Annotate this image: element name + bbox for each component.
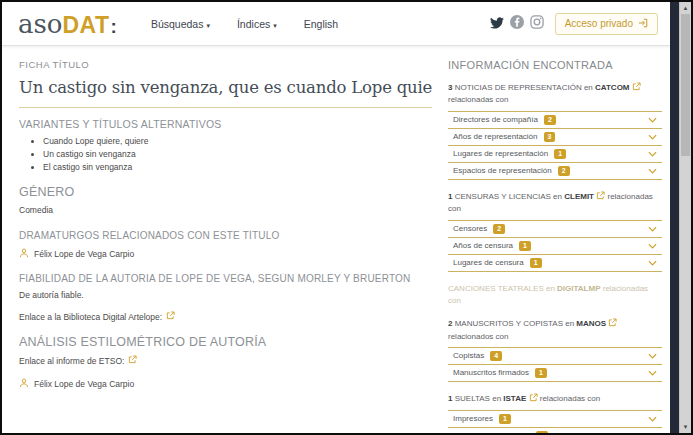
accordion-label: Años de representación bbox=[453, 132, 538, 142]
sidebar-section-istae: 1 SUELTAS en ISTAE relacionadas conImpre… bbox=[448, 393, 662, 433]
main-nav: Búsquedas▾Índices▾English bbox=[151, 18, 338, 30]
accordion-label: Censores bbox=[453, 224, 487, 234]
chevron-down-icon bbox=[648, 243, 657, 249]
section-heading-istae: 1 SUELTAS en ISTAE relacionadas con bbox=[448, 393, 662, 405]
chevron-down-icon bbox=[648, 151, 657, 157]
external-link-icon[interactable] bbox=[608, 319, 617, 328]
stylometric-author-name: Félix Lope de Vega Carpio bbox=[34, 379, 134, 389]
section-label: SUELTAS bbox=[455, 394, 490, 403]
playwrights-heading: DRAMATURGOS RELACIONADOS CON ESTE TÍTULO bbox=[19, 230, 432, 241]
accordion-row[interactable]: Años de censura1 bbox=[448, 237, 662, 254]
social-links bbox=[490, 15, 544, 33]
twitter-icon[interactable] bbox=[490, 15, 504, 33]
nav-item-busquedas[interactable]: Búsquedas▾ bbox=[151, 18, 210, 30]
sidebar-section-digitalmp: CANCIONES TEATRALES en DIGITALMP relacio… bbox=[448, 283, 662, 308]
external-link-icon[interactable] bbox=[529, 394, 538, 403]
section-label: CENSURAS Y LICENCIAS bbox=[455, 192, 551, 201]
scrollbar-thumb[interactable] bbox=[681, 14, 690, 156]
accordion-row[interactable]: Directores de compañía2 bbox=[448, 111, 662, 128]
source-name: CATCOM bbox=[595, 83, 630, 92]
source-name: DIGITALMP bbox=[557, 284, 600, 293]
stylometric-author-link[interactable]: Félix Lope de Vega Carpio bbox=[19, 378, 432, 390]
accordion-row[interactable]: Lugares de representación1 bbox=[448, 145, 662, 162]
sidebar-section-catcom: 3 NOTICIAS DE REPRESENTACIÓN en CATCOM r… bbox=[448, 82, 662, 180]
external-link-icon[interactable] bbox=[632, 83, 641, 92]
sidebar-sections: 3 NOTICIAS DE REPRESENTACIÓN en CATCOM r… bbox=[448, 82, 662, 433]
count-badge: 2 bbox=[558, 166, 570, 176]
count-badge: 1 bbox=[499, 414, 511, 424]
section-heading-manos: 2 MANUSCRITOS Y COPISTAS en MANOS relaci… bbox=[448, 318, 662, 343]
section-suffix: relacionados con bbox=[448, 332, 508, 341]
genre-value: Comedia bbox=[19, 205, 432, 215]
chevron-down-icon bbox=[648, 353, 657, 359]
external-link-icon[interactable] bbox=[596, 192, 605, 201]
sign-in-icon bbox=[638, 18, 648, 30]
section-heading-clemit: 1 CENSURAS Y LICENCIAS en CLEMIT relacio… bbox=[448, 191, 662, 216]
playwright-link[interactable]: Félix Lope de Vega Carpio bbox=[19, 248, 432, 260]
variants-heading: VARIANTES Y TÍTULOS ALTERNATIVOS bbox=[19, 118, 432, 130]
accordion-group: Impresores1Lugares de impresión1Años de … bbox=[448, 410, 662, 433]
source-name: ISTAE bbox=[503, 394, 526, 403]
nav-item-english[interactable]: English bbox=[304, 18, 338, 30]
scroll-up-arrow-icon[interactable]: ▲ bbox=[680, 3, 691, 13]
variant-item: Un castigo sin venganza bbox=[43, 149, 432, 159]
accordion-label: Lugares de censura bbox=[453, 258, 524, 268]
title-divider bbox=[19, 107, 432, 108]
chevron-down-icon: ▾ bbox=[273, 22, 277, 29]
accordion-label: Años de censura bbox=[453, 241, 513, 251]
result-count: 1 bbox=[448, 394, 452, 403]
count-badge: 3 bbox=[544, 132, 556, 142]
title-row: Un castigo sin venganza, que es cuando L… bbox=[19, 77, 432, 98]
info-sidebar: INFORMACIÓN ENCONTRADA 3 NOTICIAS DE REP… bbox=[440, 46, 670, 433]
logo[interactable]: asoDAT: bbox=[18, 11, 117, 37]
count-badge: 1 bbox=[554, 149, 566, 159]
accordion-label: Lugares de representación bbox=[453, 149, 548, 159]
result-count: 1 bbox=[448, 192, 452, 201]
chevron-down-icon bbox=[648, 226, 657, 232]
count-badge: 1 bbox=[530, 258, 542, 268]
accordion-row[interactable]: Manuscritos firmados1 bbox=[448, 364, 662, 381]
accordion-label: Lugares de impresión bbox=[453, 431, 530, 433]
chevron-down-icon bbox=[648, 370, 657, 376]
chevron-down-icon bbox=[648, 416, 657, 422]
accordion-row[interactable]: Copistas4 bbox=[448, 347, 662, 364]
accordion-row[interactable]: Impresores1 bbox=[448, 410, 662, 427]
section-suffix: relacionadas con bbox=[540, 394, 600, 403]
section-label: MANUSCRITOS Y COPISTAS bbox=[455, 319, 563, 328]
accordion-row[interactable]: Lugares de impresión1 bbox=[448, 427, 662, 433]
facebook-icon[interactable] bbox=[510, 15, 524, 33]
chevron-down-icon bbox=[648, 168, 657, 174]
artelope-link-label: Enlace a la Biblioteca Digital Artelope: bbox=[19, 312, 162, 322]
chevron-down-icon bbox=[648, 260, 657, 266]
logo-text-dat: DAT bbox=[63, 14, 110, 37]
count-badge: 1 bbox=[519, 241, 531, 251]
accordion-group: Censores2Años de censura1Lugares de cens… bbox=[448, 220, 662, 272]
external-link-icon[interactable] bbox=[166, 311, 175, 322]
count-badge: 2 bbox=[544, 115, 556, 125]
chevron-down-icon bbox=[648, 117, 657, 123]
accordion-row[interactable]: Lugares de censura1 bbox=[448, 254, 662, 271]
content: FICHA TÍTULO Un castigo sin venganza, qu… bbox=[2, 46, 670, 433]
logo-dots: : bbox=[111, 17, 117, 36]
vertical-scrollbar[interactable]: ▲ ▼ bbox=[679, 2, 691, 433]
sidebar-section-clemit: 1 CENSURAS Y LICENCIAS en CLEMIT relacio… bbox=[448, 191, 662, 272]
private-access-button[interactable]: Acceso privado bbox=[555, 13, 658, 35]
sidebar-section-manos: 2 MANUSCRITOS Y COPISTAS en MANOS relaci… bbox=[448, 318, 662, 382]
etso-link-label: Enlace al informe de ETSO: bbox=[19, 356, 124, 366]
accordion-row[interactable]: Censores2 bbox=[448, 220, 662, 237]
section-heading-digitalmp: CANCIONES TEATRALES en DIGITALMP relacio… bbox=[448, 283, 662, 308]
header-right: Acceso privado bbox=[490, 13, 658, 35]
app-window: asoDAT: Búsquedas▾Índices▾English Acce bbox=[2, 2, 670, 433]
page-title: Un castigo sin venganza, que es cuando L… bbox=[19, 78, 432, 97]
stylometric-heading: ANÁLISIS ESTILOMÉTRICO DE AUTORÍA bbox=[19, 335, 432, 349]
count-badge: 1 bbox=[536, 431, 548, 433]
accordion-label: Manuscritos firmados bbox=[453, 368, 529, 378]
external-link-icon[interactable] bbox=[128, 355, 137, 366]
accordion-row[interactable]: Años de representación3 bbox=[448, 128, 662, 145]
scroll-down-arrow-icon[interactable]: ▼ bbox=[680, 422, 691, 432]
result-count: 3 bbox=[448, 83, 452, 92]
accordion-label: Directores de compañía bbox=[453, 115, 538, 125]
accordion-row[interactable]: Espacios de representación2 bbox=[448, 162, 662, 179]
nav-item-indices[interactable]: Índices▾ bbox=[237, 18, 277, 30]
instagram-icon[interactable] bbox=[530, 15, 544, 33]
